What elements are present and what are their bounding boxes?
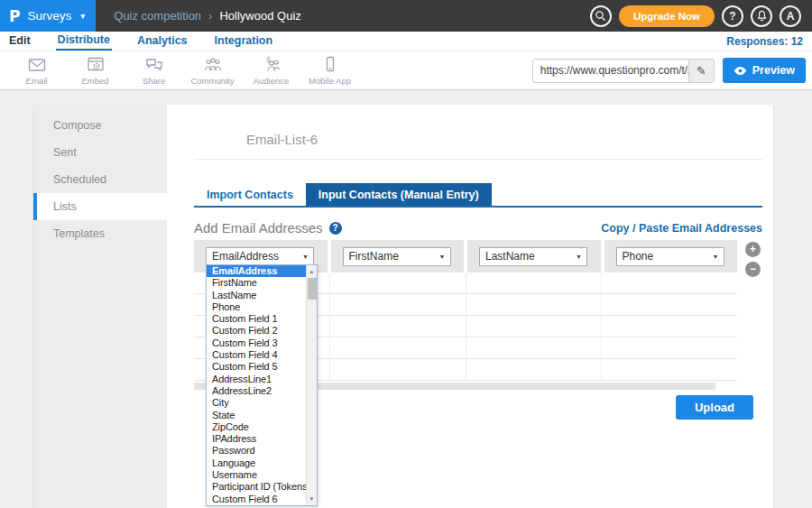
- dropdown-option[interactable]: Custom Field 2: [207, 325, 317, 337]
- firstname-cell[interactable]: [330, 316, 466, 337]
- responses-count[interactable]: Responses: 12: [726, 35, 803, 48]
- scroll-down-icon[interactable]: ▼: [307, 494, 317, 505]
- tool-embed[interactable]: Embed: [66, 56, 125, 86]
- upgrade-now-button[interactable]: Upgrade Now: [619, 5, 715, 27]
- dropdown-option[interactable]: Language: [207, 457, 317, 469]
- lastname-cell[interactable]: [466, 272, 603, 293]
- dropdown-option[interactable]: Phone: [207, 301, 317, 313]
- phone-cell[interactable]: [602, 272, 737, 293]
- search-button[interactable]: [590, 5, 612, 27]
- sidebar-item-scheduled[interactable]: Scheduled: [33, 166, 167, 193]
- firstname-cell[interactable]: [330, 359, 466, 380]
- lastname-cell[interactable]: [466, 337, 603, 358]
- dropdown-option[interactable]: IPAddress: [207, 433, 317, 445]
- select-caret-icon: ▼: [576, 254, 582, 260]
- header-col-3: LastName ▼: [467, 240, 601, 272]
- dropdown-option[interactable]: LastName: [207, 290, 317, 301]
- account-avatar[interactable]: A: [780, 5, 801, 27]
- phone-cell[interactable]: [602, 316, 737, 337]
- tool-mobile-app[interactable]: Mobile App: [300, 56, 359, 86]
- tool-community[interactable]: Community: [183, 56, 242, 86]
- tool-label: Audience: [254, 76, 290, 86]
- dropdown-option[interactable]: AddressLine1: [207, 374, 317, 385]
- dropdown-option[interactable]: ZipCode: [207, 421, 317, 433]
- column-select-firstname[interactable]: FirstName ▼: [343, 247, 451, 266]
- dropdown-option[interactable]: State: [207, 410, 317, 421]
- table-header: EmailAddress ▼ EmailAddress FirstName La…: [194, 240, 737, 272]
- header-col-1: EmailAddress ▼ EmailAddress FirstName La…: [194, 240, 328, 272]
- edit-url-button[interactable]: ✎: [688, 60, 714, 82]
- preview-button[interactable]: Preview: [723, 58, 806, 83]
- share-icon: [144, 56, 164, 74]
- scroll-up-icon[interactable]: ▲: [307, 265, 317, 277]
- top-bar: P Surveys ▾ Quiz competition › Hollywood…: [0, 0, 812, 32]
- dropdown-option[interactable]: FirstName: [207, 277, 317, 289]
- lastname-cell[interactable]: [466, 316, 603, 337]
- firstname-cell[interactable]: [330, 272, 466, 293]
- notifications-button[interactable]: [751, 5, 772, 27]
- upload-button[interactable]: Upload: [676, 395, 753, 420]
- section-help-icon[interactable]: ?: [329, 222, 342, 235]
- dropdown-option[interactable]: Custom Field 4: [207, 349, 317, 361]
- tool-label: Email: [26, 76, 48, 86]
- surveys-menu[interactable]: P Surveys ▾: [0, 0, 96, 32]
- help-button[interactable]: ?: [722, 5, 743, 27]
- sidebar-item-compose[interactable]: Compose: [33, 112, 167, 139]
- lastname-cell[interactable]: [466, 294, 603, 315]
- dropdown-option[interactable]: Custom Field 6: [207, 494, 317, 505]
- dropdown-option[interactable]: Custom Field 3: [207, 337, 317, 349]
- firstname-cell[interactable]: [330, 337, 466, 358]
- topbar-actions: Upgrade Now ? A: [590, 5, 812, 27]
- tab-input-contacts-manual[interactable]: Input Contacts (Manual Entry): [306, 183, 492, 206]
- dropdown-scrollbar[interactable]: ▲ ▼: [306, 265, 317, 505]
- dropdown-option[interactable]: EmailAddress: [207, 265, 317, 277]
- column-select-phone[interactable]: Phone ▼: [616, 247, 724, 266]
- tab-import-contacts[interactable]: Import Contacts: [194, 183, 306, 206]
- remove-row-button[interactable]: −: [745, 262, 761, 277]
- dropdown-option[interactable]: Participant ID (Tokens): [207, 481, 317, 493]
- section-left: Add Email Addresses ?: [194, 220, 342, 236]
- dropdown-option[interactable]: City: [207, 397, 317, 409]
- add-row-button[interactable]: +: [745, 242, 761, 257]
- contacts-table: EmailAddress ▼ EmailAddress FirstName La…: [194, 240, 737, 390]
- menu-item-analytics[interactable]: Analytics: [135, 32, 189, 50]
- menu-item-edit[interactable]: Edit: [7, 32, 32, 50]
- sidebar-item-lists[interactable]: Lists: [33, 193, 167, 220]
- copy-paste-link[interactable]: Copy / Paste Email Addresses: [601, 222, 762, 235]
- scrollbar-thumb[interactable]: [308, 278, 317, 300]
- breadcrumb-current: Hollywood Quiz: [219, 9, 300, 23]
- breadcrumb-parent[interactable]: Quiz competition: [114, 9, 201, 23]
- survey-url-input[interactable]: https://www.questionpro.com/t/APNrFZ: [533, 60, 688, 82]
- dropdown-option[interactable]: Custom Field 1: [207, 313, 317, 325]
- tool-audience[interactable]: $ Audience: [242, 56, 300, 86]
- dropdown-option[interactable]: Username: [207, 469, 317, 481]
- embed-icon: [86, 56, 106, 74]
- row-controls: + −: [745, 242, 761, 277]
- tool-share[interactable]: Share: [125, 56, 183, 86]
- tool-label: Community: [190, 76, 234, 86]
- breadcrumb-separator-icon: ›: [208, 9, 212, 23]
- lastname-cell[interactable]: [466, 359, 603, 380]
- sidebar-item-sent[interactable]: Sent: [33, 139, 167, 166]
- header-col-4: Phone ▼: [604, 240, 738, 272]
- firstname-cell[interactable]: [330, 294, 466, 315]
- mobile-app-icon: [320, 56, 340, 74]
- tool-email[interactable]: Email: [7, 56, 66, 86]
- pencil-icon: ✎: [697, 64, 706, 78]
- title-divider: [194, 159, 762, 160]
- phone-cell[interactable]: [602, 294, 737, 315]
- column-select-emailaddress[interactable]: EmailAddress ▼: [206, 247, 314, 266]
- menu-item-integration[interactable]: Integration: [213, 32, 275, 50]
- dropdown-option[interactable]: AddressLine2: [207, 385, 317, 397]
- column-select-lastname[interactable]: LastName ▼: [479, 247, 587, 266]
- list-content: Email-List-6 Import Contacts Input Conta…: [167, 105, 773, 508]
- phone-cell[interactable]: [602, 337, 737, 358]
- sidebar-item-templates[interactable]: Templates: [33, 220, 167, 247]
- tool-label: Mobile App: [309, 76, 351, 86]
- dropdown-option[interactable]: Custom Field 5: [207, 361, 317, 373]
- bell-icon: [756, 10, 768, 22]
- select-caret-icon: ▼: [713, 254, 719, 260]
- dropdown-option[interactable]: Password: [207, 445, 317, 457]
- menu-item-distribute[interactable]: Distribute: [56, 32, 112, 51]
- phone-cell[interactable]: [602, 359, 737, 380]
